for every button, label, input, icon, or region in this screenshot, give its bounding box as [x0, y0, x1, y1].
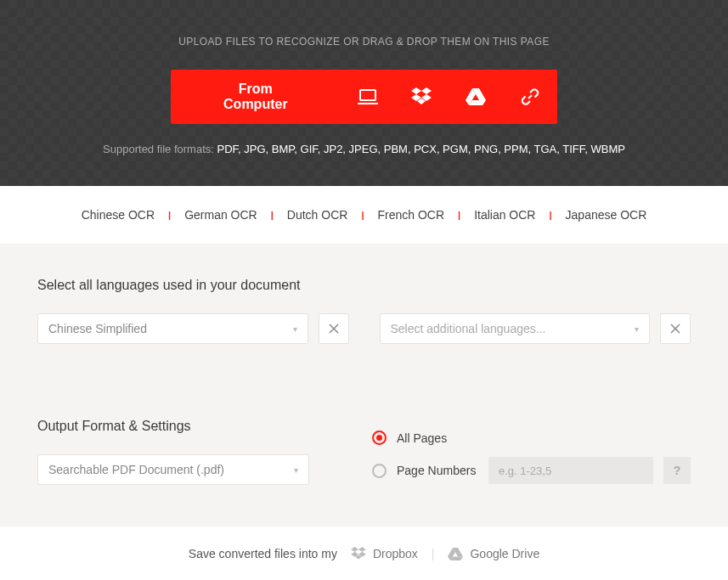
chevron-down-icon: ▾ [294, 465, 298, 475]
dropbox-icon [411, 87, 432, 106]
upload-url-button[interactable] [503, 70, 557, 124]
laptop-icon [358, 88, 378, 105]
upload-instruction: UPLOAD FILES TO RECOGNIZE OR DRAG & DROP… [0, 36, 728, 48]
languages-section-title: Select all languages used in your docume… [37, 278, 691, 293]
output-format-select[interactable]: Searchable PDF Document (.pdf) ▾ [37, 454, 309, 485]
all-pages-row: All Pages [372, 431, 691, 445]
primary-language-clear-button[interactable] [319, 313, 349, 344]
output-section-title: Output Format & Settings [37, 419, 341, 434]
svg-marker-2 [411, 87, 421, 94]
ocr-link-japanese[interactable]: Japanese OCR [552, 208, 661, 222]
save-google-drive-label: Google Drive [470, 547, 539, 560]
all-pages-radio[interactable] [372, 431, 387, 445]
google-drive-icon [466, 88, 486, 105]
dropbox-icon [351, 547, 366, 560]
svg-marker-14 [351, 547, 358, 552]
ocr-links-bar: Chinese OCR | German OCR | Dutch OCR | F… [0, 186, 728, 244]
upload-computer-icon-button[interactable] [341, 70, 395, 124]
ocr-link-dutch[interactable]: Dutch OCR [274, 208, 362, 222]
close-icon [670, 324, 680, 334]
supported-formats-list: PDF, JPG, BMP, GIF, JP2, JPEG, PBM, PCX,… [217, 143, 625, 155]
pages-col: All Pages Page Numbers ? [372, 419, 691, 496]
languages-row: Chinese Simplified ▾ Select additional l… [37, 313, 691, 344]
ocr-link-chinese[interactable]: Chinese OCR [68, 208, 168, 222]
link-icon [521, 87, 539, 106]
separator: | [432, 547, 435, 560]
chevron-down-icon: ▾ [635, 324, 639, 334]
save-bar: Save converted files into my Dropbox | G… [0, 527, 728, 580]
save-dropbox-label: Dropbox [373, 547, 418, 560]
ocr-link-german[interactable]: German OCR [171, 208, 271, 222]
from-computer-button[interactable]: From Computer [171, 70, 341, 124]
supported-formats: Supported file formats: PDF, JPG, BMP, G… [0, 143, 728, 155]
all-pages-label: All Pages [397, 431, 447, 445]
google-drive-icon [448, 548, 463, 560]
close-icon [329, 324, 339, 334]
upload-bar: From Computer [171, 70, 557, 124]
svg-marker-3 [421, 87, 432, 94]
page-numbers-help-button[interactable]: ? [663, 457, 691, 484]
output-format-value: Searchable PDF Document (.pdf) [48, 463, 224, 476]
upload-header: UPLOAD FILES TO RECOGNIZE OR DRAG & DROP… [0, 0, 728, 186]
svg-rect-0 [360, 90, 375, 100]
page-numbers-input[interactable] [488, 457, 653, 484]
page-numbers-row: Page Numbers ? [372, 457, 691, 484]
primary-language-select[interactable]: Chinese Simplified ▾ [37, 313, 308, 344]
ocr-link-french[interactable]: French OCR [364, 208, 458, 222]
primary-language-col: Chinese Simplified ▾ [37, 313, 349, 344]
save-dropbox-button[interactable]: Dropbox [351, 547, 418, 560]
save-google-drive-button[interactable]: Google Drive [448, 547, 539, 560]
output-format-col: Output Format & Settings Searchable PDF … [37, 419, 341, 496]
additional-language-placeholder: Select additional languages... [391, 322, 546, 335]
ocr-link-italian[interactable]: Italian OCR [460, 208, 549, 222]
svg-marker-15 [358, 547, 366, 552]
save-bar-prefix: Save converted files into my [189, 547, 337, 560]
additional-language-clear-button[interactable] [660, 313, 691, 344]
chevron-down-icon: ▾ [293, 324, 297, 334]
upload-dropbox-button[interactable] [395, 70, 449, 124]
page-numbers-label: Page Numbers [397, 464, 478, 477]
supported-formats-prefix: Supported file formats: [103, 143, 217, 155]
page-numbers-radio[interactable] [372, 464, 387, 478]
output-settings-row: Output Format & Settings Searchable PDF … [37, 419, 691, 496]
upload-google-drive-button[interactable] [449, 70, 503, 124]
primary-language-value: Chinese Simplified [48, 322, 147, 335]
from-computer-label: From Computer [205, 82, 307, 112]
additional-language-select[interactable]: Select additional languages... ▾ [380, 313, 651, 344]
additional-language-col: Select additional languages... ▾ [380, 313, 691, 344]
settings-panel: Select all languages used in your docume… [0, 244, 728, 527]
